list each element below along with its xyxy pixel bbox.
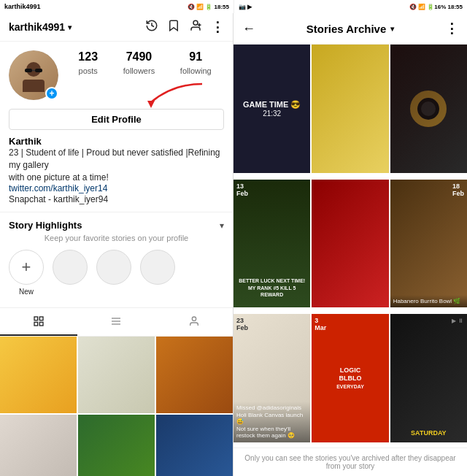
story-cell-5[interactable] <box>312 180 388 308</box>
following-count: 91 <box>180 50 212 64</box>
svg-marker-8 <box>147 101 155 108</box>
followers-stat[interactable]: 7490 followers <box>123 50 155 77</box>
photo-cell-1[interactable] <box>0 337 77 413</box>
highlight-new[interactable]: + New <box>9 250 44 296</box>
tab-tagged[interactable] <box>155 308 233 336</box>
story-cell-8[interactable]: 3Mar LOGICBLBLOEVERYDAY <box>312 314 388 442</box>
posts-label: posts <box>79 66 98 75</box>
edit-profile-button[interactable]: Edit Profile <box>9 109 224 130</box>
story-date-4: 13Feb <box>236 183 248 197</box>
story-text-7b: Not sure when they'll restock them again… <box>236 426 307 439</box>
story-text-6: Habanero Burrito Bowl 🌿 <box>393 298 464 305</box>
highlights-subtitle: Keep your favorite stories on your profi… <box>9 234 224 242</box>
status-right-left: 🔇 📶 🔋 18:55 <box>188 4 229 10</box>
archive-panel: ← Stories Archive ▾ ⋮ GAME TIME 😎 21:32 <box>234 13 467 476</box>
svg-point-0 <box>193 20 198 25</box>
photo-cell-4[interactable] <box>0 415 77 476</box>
story-date-7: 23Feb <box>236 317 248 331</box>
highlights-title: Story Highlights <box>9 220 82 231</box>
archive-more-icon[interactable]: ⋮ <box>445 20 458 37</box>
story-cell-7[interactable]: 23Feb Missed @adidasoriginals Holi Blank… <box>234 314 310 442</box>
story-cell-3[interactable] <box>390 45 467 173</box>
highlight-circle-1 <box>53 250 88 285</box>
story-cell-6[interactable]: 18Feb Habanero Burrito Bowl 🌿 <box>390 180 467 308</box>
profile-action-icons: ⋮ <box>145 19 224 35</box>
followers-count: 7490 <box>123 50 155 64</box>
highlight-3[interactable] <box>140 250 175 296</box>
story-content-2 <box>312 45 388 173</box>
followers-label: followers <box>123 66 155 75</box>
bio-section: Karthik 23 | Student of life | Proud but… <box>0 136 233 212</box>
svg-rect-9 <box>34 317 38 320</box>
stats-row: 123 posts 7490 followers 91 following <box>66 50 224 77</box>
bio-link-twitter[interactable]: twitter.com/karthik_iyer14 <box>9 183 224 193</box>
story-date-6: 18Feb <box>452 183 464 197</box>
arrow-svg <box>129 80 217 110</box>
highlight-2[interactable] <box>96 250 131 296</box>
posts-stat[interactable]: 123 posts <box>78 50 98 77</box>
tab-list[interactable] <box>77 308 155 336</box>
add-highlight-button[interactable]: + <box>9 250 44 285</box>
story-date-8: 3Mar <box>314 317 326 331</box>
following-stat[interactable]: 91 following <box>180 50 212 77</box>
story-content-9: SATURDAY <box>390 314 467 442</box>
bio-snapchat: Snapchat - karthik_iyer94 <box>9 193 224 206</box>
bookmark-icon[interactable] <box>167 19 180 35</box>
archive-dropdown-icon[interactable]: ▾ <box>390 25 394 33</box>
highlights-chevron[interactable]: ▾ <box>220 220 224 231</box>
highlight-1[interactable] <box>53 250 88 296</box>
back-icon[interactable]: ← <box>242 21 255 37</box>
avatar-container: + <box>9 50 58 100</box>
story-content-4: BETTER LUCK NEXT TIME!MY RANK #5 KILL 5R… <box>234 180 310 308</box>
bio-line1: 23 | Student of life | Proud but never s… <box>9 147 220 170</box>
archive-title-container: Stories Archive ▾ <box>306 23 395 35</box>
svg-rect-5 <box>25 69 32 72</box>
archive-footer: Only you can see the stories you've arch… <box>234 448 467 476</box>
bio-text: 23 | Student of life | Proud but never s… <box>9 147 224 183</box>
stories-grid: GAME TIME 😎 21:32 13Feb <box>234 45 467 448</box>
story-cell-4[interactable]: 13Feb BETTER LUCK NEXT TIME!MY RANK #5 K… <box>234 180 310 308</box>
add-story-button[interactable]: + <box>45 87 58 100</box>
photo-cell-2[interactable] <box>78 337 155 413</box>
dropdown-icon[interactable]: ▾ <box>68 23 72 31</box>
story-content-5 <box>312 180 388 308</box>
archive-title-text: Stories Archive <box>306 23 387 35</box>
story-cell-1[interactable]: GAME TIME 😎 21:32 <box>234 45 310 173</box>
svg-rect-11 <box>34 323 38 326</box>
bio-line2: with one picture at a time! <box>9 172 109 183</box>
story-overlay-6: Habanero Burrito Bowl 🌿 <box>390 295 467 308</box>
story-text-7: Missed @adidasoriginals Holi Blank Canva… <box>236 404 307 426</box>
photo-grid <box>0 337 233 476</box>
tab-grid[interactable] <box>0 308 77 336</box>
highlights-header: Story Highlights ▾ <box>9 220 224 231</box>
story-cell-9[interactable]: SATURDAY ▶ ⏸ <box>390 314 467 442</box>
more-icon[interactable]: ⋮ <box>211 19 224 35</box>
story-content-1: GAME TIME 😎 21:32 <box>234 45 310 173</box>
add-person-icon[interactable] <box>189 19 202 35</box>
svg-rect-10 <box>39 317 43 320</box>
history-icon[interactable] <box>145 19 158 35</box>
status-right-right: 🔇 📶 🔋16% 18:55 <box>409 4 463 10</box>
photo-cell-6[interactable] <box>156 415 233 476</box>
svg-rect-4 <box>23 80 45 92</box>
photo-cell-5[interactable] <box>78 415 155 476</box>
story-cell-2[interactable] <box>312 45 388 173</box>
app-name-left: karthik4991 <box>4 3 41 10</box>
story-highlights: Story Highlights ▾ Keep your favorite st… <box>0 212 233 303</box>
photo-cell-3[interactable] <box>156 337 233 413</box>
status-bar-left: karthik4991 🔇 📶 🔋 18:55 <box>0 0 234 13</box>
username-text: karthik4991 <box>9 21 65 33</box>
story-overlay-7: Missed @adidasoriginals Holi Blank Canva… <box>234 402 310 442</box>
highlights-row: + New <box>9 250 224 296</box>
profile-panel: karthik4991 ▾ <box>0 13 234 476</box>
highlight-circle-3 <box>140 250 175 285</box>
svg-rect-6 <box>35 69 42 72</box>
highlight-circle-2 <box>96 250 131 285</box>
archive-header: ← Stories Archive ▾ ⋮ <box>234 13 467 45</box>
story-content-8: LOGICBLBLOEVERYDAY <box>312 314 388 442</box>
following-label: following <box>180 66 212 75</box>
profile-nav: karthik4991 ▾ <box>0 13 233 42</box>
status-bar-right: 📷 ▶ 🔇 📶 🔋16% 18:55 <box>234 0 467 13</box>
posts-count: 123 <box>78 50 98 64</box>
username-display[interactable]: karthik4991 ▾ <box>9 21 72 33</box>
